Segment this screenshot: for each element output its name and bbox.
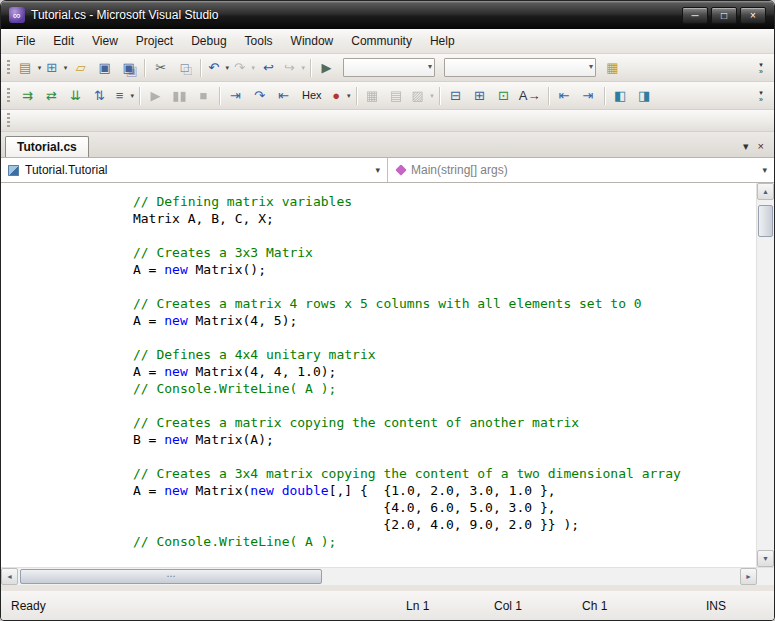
status-column-indicator: Col 1 <box>494 599 582 613</box>
active-files-dropdown-button[interactable]: ▾ <box>743 141 749 152</box>
navigate-backward-button[interactable]: ↩ <box>257 57 280 79</box>
overflow-chevron-icon: » <box>759 68 763 75</box>
new-project-button[interactable]: ▤▾ <box>16 57 42 79</box>
breakpoint-icon: ● <box>332 89 340 102</box>
code-line: // Creates a 3x3 Matrix <box>39 244 756 261</box>
redo-button[interactable]: ↷▾ <box>231 57 256 79</box>
vertical-scrollbar-thumb[interactable] <box>758 205 773 237</box>
chevron-down-icon: ▾ <box>759 61 763 68</box>
bookmarks-window-button[interactable]: ◨ <box>633 85 656 107</box>
find-in-files-button[interactable]: ▦ <box>601 57 624 79</box>
navigate-forward-button[interactable]: ↪▾ <box>281 57 306 79</box>
add-new-item-button[interactable]: ⊞▾ <box>43 57 68 79</box>
scroll-left-button[interactable]: ◄ <box>1 568 18 585</box>
menu-item-community[interactable]: Community <box>342 31 421 51</box>
breakpoint-button[interactable]: ●▾ <box>329 85 352 107</box>
object-browser-icon: ⊡ <box>498 89 509 102</box>
toolbar-overflow-button[interactable]: ▾» <box>754 61 770 75</box>
solution-explorer-button[interactable]: ⊟ <box>444 85 467 107</box>
copy-icon: □ <box>181 61 189 74</box>
maximize-button[interactable]: □ <box>711 7 737 24</box>
vertical-scrollbar[interactable]: ▲ ▼ <box>756 183 774 567</box>
scroll-up-button[interactable]: ▲ <box>757 183 774 200</box>
toolbar-separator <box>356 87 357 105</box>
scroll-down-button[interactable]: ▼ <box>757 550 774 567</box>
step-into-button[interactable]: ⇥ <box>224 85 247 107</box>
menu-item-window[interactable]: Window <box>282 31 343 51</box>
code-line: // Console.WriteLine( A ); <box>39 533 756 550</box>
horizontal-scrollbar-track[interactable]: ⋯ <box>18 568 740 585</box>
process-arrows-icon-3[interactable]: ⇊ <box>64 85 87 107</box>
menu-item-project[interactable]: Project <box>127 31 182 51</box>
continue-button[interactable]: ▶ <box>144 85 167 107</box>
code-line: // Creates a matrix copying the content … <box>39 414 756 431</box>
toolbar-overflow-button[interactable]: ▾» <box>754 89 770 103</box>
stop-button[interactable]: ■ <box>192 85 215 107</box>
cut-button[interactable]: ✂ <box>149 57 172 79</box>
output-window-button[interactable]: ▤ <box>385 85 408 107</box>
members-dropdown[interactable]: Main(string[] args) ▾ <box>388 158 774 182</box>
menu-item-tools[interactable]: Tools <box>236 31 282 51</box>
step-over-button[interactable]: ↷ <box>248 85 271 107</box>
close-button[interactable]: × <box>740 7 766 24</box>
sort-lines-button[interactable]: ⇅ <box>88 85 111 107</box>
toolbar-grip[interactable] <box>7 60 10 76</box>
line-display-button[interactable]: ≡▾ <box>112 85 135 107</box>
step-out-button[interactable]: ⇤ <box>272 85 295 107</box>
toolbar-standard: ▤▾⊞▾▱▣▣✂□↶▾↷▾↩↪▾▶▾▾▦▾» <box>1 54 774 82</box>
toolbar-grip[interactable] <box>7 113 10 129</box>
code-line: A = new Matrix(4, 5); <box>39 312 756 329</box>
horizontal-scrollbar-thumb[interactable]: ⋯ <box>20 569 322 584</box>
toolbar-separator <box>548 87 549 105</box>
decrease-indent-button[interactable]: ⇤ <box>553 85 576 107</box>
object-browser-button[interactable]: ⊡ <box>492 85 515 107</box>
toolbar-debug: ⇉⇄⇊⇅≡▾▶▮▮■⇥↷⇤Hex●▾▦▤▨▾⊟⊞⊡A→⇤⇥◧◨▾» <box>1 82 774 110</box>
close-document-button[interactable]: × <box>758 141 764 152</box>
start-button[interactable]: ▶ <box>315 57 338 79</box>
scroll-right-icon: ► <box>745 573 752 580</box>
types-dropdown[interactable]: Tutorial.Tutorial ▾ <box>1 158 388 182</box>
increase-indent-button[interactable]: ⇥ <box>577 85 600 107</box>
copy-button[interactable]: □ <box>173 57 196 79</box>
increase-indent-icon: ⇥ <box>583 89 594 102</box>
process-arrows-icon-2[interactable]: ⇄ <box>40 85 63 107</box>
breakpoints-window-button[interactable]: ▦ <box>361 85 384 107</box>
chevron-down-icon: ▾ <box>226 64 230 72</box>
menu-item-edit[interactable]: Edit <box>44 31 83 51</box>
solution-configurations-combo[interactable]: ▾ <box>343 58 435 77</box>
hex-button[interactable]: Hex <box>296 85 328 107</box>
menu-item-file[interactable]: File <box>7 31 44 51</box>
toolbar-grip[interactable] <box>7 88 10 104</box>
undo-button[interactable]: ↶▾ <box>205 57 230 79</box>
properties-window-button[interactable]: ⊞ <box>468 85 491 107</box>
code-area[interactable]: // Defining matrix variables Matrix A, B… <box>1 183 756 567</box>
editor-region: // Defining matrix variables Matrix A, B… <box>1 183 774 567</box>
save-all-button[interactable]: ▣ <box>117 57 140 79</box>
find-combo[interactable]: ▾ <box>444 58 596 77</box>
menu-item-debug[interactable]: Debug <box>182 31 235 51</box>
code-line: // Console.WriteLine( A ); <box>39 380 756 397</box>
memory-window-button[interactable]: ▨▾ <box>409 85 435 107</box>
line-display-icon: ≡ <box>116 89 124 102</box>
process-arrows-icon-1[interactable]: ⇉ <box>16 85 39 107</box>
open-file-icon: ▱ <box>76 61 86 74</box>
open-file-button[interactable]: ▱ <box>69 57 92 79</box>
chevron-down-icon: ▾ <box>130 92 134 100</box>
toolbar-separator <box>200 59 201 77</box>
tab-tutorial-cs[interactable]: Tutorial.cs <box>5 136 89 157</box>
scroll-right-button[interactable]: ► <box>740 568 757 585</box>
minimize-button[interactable]: ─ <box>682 7 708 24</box>
menu-item-help[interactable]: Help <box>421 31 464 51</box>
toggle-bookmark-button[interactable]: ◧ <box>609 85 632 107</box>
pause-button[interactable]: ▮▮ <box>168 85 191 107</box>
menu-item-view[interactable]: View <box>83 31 127 51</box>
solution-explorer-icon: ⊟ <box>450 89 461 102</box>
undo-icon: ↶ <box>208 61 219 74</box>
find-symbol-button[interactable]: A→ <box>516 85 544 107</box>
vertical-scrollbar-track[interactable] <box>757 200 774 550</box>
code-line: // Creates a 3x4 matrix copying the cont… <box>39 465 756 482</box>
horizontal-scrollbar[interactable]: ◄ ⋯ ► <box>1 567 774 585</box>
navigation-bar: Tutorial.Tutorial ▾ Main(string[] args) … <box>1 158 774 183</box>
save-button[interactable]: ▣ <box>93 57 116 79</box>
code-line <box>39 329 756 346</box>
